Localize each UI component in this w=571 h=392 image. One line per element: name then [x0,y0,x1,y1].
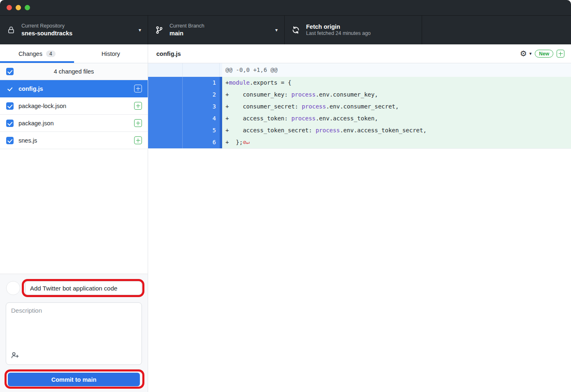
current-repository-button[interactable]: Current Repository snes-soundtracks ▾ [0,16,148,44]
gear-icon[interactable]: ⚙ [520,50,527,58]
new-line-number[interactable]: 2 [183,89,220,101]
file-name: snes.js [19,137,37,144]
tab-history[interactable]: History [74,44,148,63]
tab-history-label: History [102,51,120,57]
code-line: + access_token_secret: process.env.acces… [222,125,571,136]
old-line-gutter[interactable] [148,101,183,113]
old-line-gutter[interactable] [148,125,183,136]
new-line-gutter [183,63,220,77]
file-name: config.js [19,85,43,92]
tab-changes[interactable]: Changes 4 [0,44,74,63]
git-branch-icon [155,26,164,34]
fetch-origin-button[interactable]: Fetch origin Last fetched 24 minutes ago [285,16,422,44]
commit-description-textarea[interactable]: Description [6,302,142,365]
file-checkbox[interactable] [6,120,14,127]
diff-pane: config.js ⚙ ▾ New @@ -0,0 +1,6 @@ 1+modu… [148,44,571,392]
zoom-button[interactable] [25,5,30,10]
diff-row: 4+ access_token: process.env.access_toke… [148,113,571,125]
window-controls [7,5,30,10]
file-row[interactable]: config.js [0,80,148,97]
old-line-gutter[interactable] [148,89,183,101]
description-placeholder: Description [11,307,42,314]
new-file-badge: New [535,50,553,58]
sync-icon [291,26,300,34]
chevron-down-icon[interactable]: ▾ [529,51,532,56]
file-checkbox[interactable] [6,102,14,110]
code-line: + };⊘↵ [222,136,571,148]
fetch-title: Fetch origin [306,23,371,30]
code-line: +module.exports = { [222,77,571,89]
old-line-gutter[interactable] [148,113,183,125]
add-coauthor-icon[interactable] [11,351,19,361]
current-branch-button[interactable]: Current Branch main ▾ [148,16,285,44]
code-line: + access_token: process.env.access_token… [222,113,571,125]
file-row[interactable]: snes.js [0,132,148,149]
commit-summary-input[interactable]: Add Twitter bot application code [25,281,142,295]
close-button[interactable] [7,5,12,10]
changed-files-header: 4 changed files [0,63,148,80]
commit-area: Add Twitter bot application code Descrip… [0,274,148,392]
commit-button-branch: main [82,376,96,383]
file-checkbox[interactable] [6,85,14,92]
sidebar-tabs: Changes 4 History [0,44,148,63]
added-status-icon [134,136,142,144]
hunk-header-text: @@ -0,0 +1,6 @@ [222,63,571,77]
changes-count-badge: 4 [46,51,56,57]
chevron-down-icon: ▾ [139,27,141,33]
tab-changes-label: Changes [19,51,42,57]
diff-row: 5+ access_token_secret: process.env.acce… [148,125,571,136]
code-line: + consumer_secret: process.env.consumer_… [222,101,571,113]
file-checkbox[interactable] [6,137,14,144]
diff-row: 1+module.exports = { [148,77,571,89]
github-desktop-window: Current Repository snes-soundtracks ▾ Cu… [0,0,571,392]
sidebar: Changes 4 History 4 changed files config… [0,44,148,392]
diff-header: config.js ⚙ ▾ New [148,44,571,63]
titlebar [0,0,571,16]
changed-files-count: 4 changed files [0,68,148,75]
hunk-header-row: @@ -0,0 +1,6 @@ [148,63,571,77]
commit-button-prefix: Commit to [51,376,83,383]
diff-filename: config.js [156,51,181,57]
lock-icon [7,26,16,34]
branch-name: main [169,30,204,37]
commit-button[interactable]: Commit to main [8,373,140,386]
new-line-number[interactable]: 1 [183,77,220,89]
new-line-number[interactable]: 6 [183,136,220,148]
branch-label: Current Branch [169,23,204,30]
code-line: + consumer_key: process.env.consumer_key… [222,89,571,101]
commit-summary-value: Add Twitter bot application code [30,285,117,292]
old-line-gutter[interactable] [148,136,183,148]
new-line-number[interactable]: 5 [183,125,220,136]
diff-content: @@ -0,0 +1,6 @@ 1+module.exports = {2+ c… [148,63,571,149]
toolbar: Current Repository snes-soundtracks ▾ Cu… [0,16,571,44]
added-status-icon [557,50,564,58]
added-status-icon [134,102,142,110]
file-list: config.jspackage-lock.jsonpackage.jsonsn… [0,80,148,149]
added-status-icon [134,85,142,92]
toolbar-empty-area [422,16,571,44]
old-line-gutter[interactable] [148,77,183,89]
diff-row: 6+ };⊘↵ [148,136,571,148]
file-row[interactable]: package.json [0,115,148,132]
file-row[interactable]: package-lock.json [0,97,148,115]
repository-name: snes-soundtracks [21,30,72,37]
old-line-gutter [148,63,183,77]
file-name: package-lock.json [19,103,66,109]
added-status-icon [134,119,142,127]
avatar [6,281,20,295]
chevron-down-icon: ▾ [275,27,278,33]
diff-row: 2+ consumer_key: process.env.consumer_ke… [148,89,571,101]
diff-row: 3+ consumer_secret: process.env.consumer… [148,101,571,113]
repository-label: Current Repository [21,23,72,30]
minimize-button[interactable] [16,5,21,10]
new-line-number[interactable]: 4 [183,113,220,125]
commit-summary-row: Add Twitter bot application code [6,279,142,297]
fetch-subtitle: Last fetched 24 minutes ago [306,30,371,37]
file-list-empty-area [0,149,148,274]
new-line-number[interactable]: 3 [183,101,220,113]
file-name: package.json [19,120,53,127]
